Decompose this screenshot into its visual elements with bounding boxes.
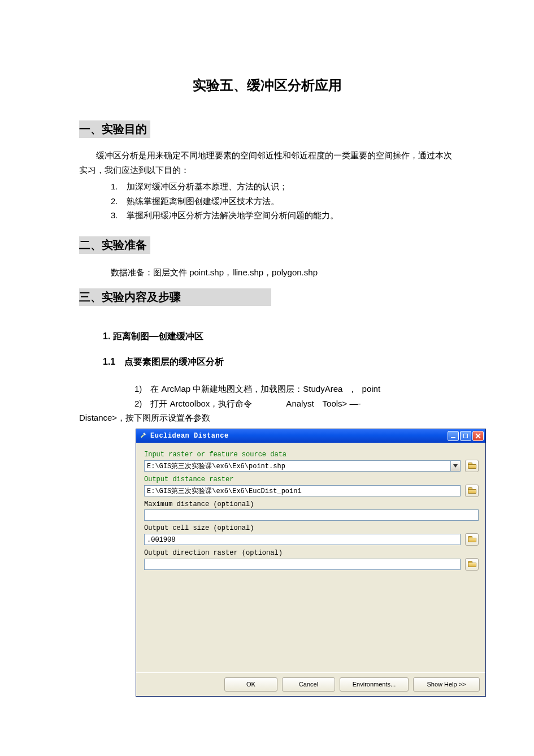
- intro-paragraph: 缓冲区分析是用来确定不同地理要素的空间邻近性和邻近程度的一类重要的空间操作，通过…: [79, 148, 455, 177]
- minimize-button[interactable]: [448, 431, 459, 441]
- browse-input-button[interactable]: [465, 460, 479, 472]
- label-output-distance: Output distance raster: [144, 476, 479, 483]
- dialog-title: Euclidean Distance: [150, 432, 229, 440]
- dialog-frame: Euclidean Distance Input raster or featu…: [136, 429, 486, 697]
- svg-rect-1: [451, 437, 455, 438]
- environments-button[interactable]: Environments...: [340, 677, 409, 692]
- folder-icon: [468, 487, 476, 494]
- browse-cell-size-button[interactable]: [465, 533, 479, 546]
- folder-icon: [468, 463, 476, 469]
- browse-output-distance-button[interactable]: [465, 485, 479, 497]
- step-item: 2) 打开 Arctoolbox，执行命令 Analyst Tools> —-: [79, 396, 455, 411]
- close-button[interactable]: [472, 431, 484, 441]
- input-raster-field[interactable]: E:\GIS第三次实验课\ex6\Ex6\point.shp: [144, 460, 451, 472]
- browse-output-direction-button[interactable]: [465, 558, 479, 571]
- label-cell-size: Output cell size (optional): [144, 524, 479, 532]
- dialog-euclidean-distance: Euclidean Distance Input raster or featu…: [136, 429, 486, 697]
- dialog-body: Input raster or feature source data E:\G…: [136, 443, 485, 672]
- dialog-footer: OK Cancel Environments... Show Help >>: [136, 672, 485, 696]
- document-page: 实验五、缓冲区分析应用 一、实验目的 缓冲区分析是用来确定不同地理要素的空间邻近…: [0, 0, 534, 719]
- folder-icon: [468, 536, 476, 542]
- steps-block: 1) 在 ArcMap 中新建地图文档，加载图层：StudyArea , poi…: [79, 382, 455, 425]
- step-item: 1) 在 ArcMap 中新建地图文档，加载图层：StudyArea , poi…: [79, 382, 455, 396]
- list-item: 1. 加深对缓冲区分析基本原理、方法的认识；: [111, 179, 455, 194]
- dialog-titlebar[interactable]: Euclidean Distance: [136, 429, 485, 443]
- hammer-icon: [140, 432, 147, 440]
- subheading-1-1: 1.1 点要素图层的缓冲区分析: [103, 356, 455, 368]
- folder-icon: [468, 561, 476, 567]
- ok-button[interactable]: OK: [224, 677, 277, 692]
- cell-size-field[interactable]: .001908: [144, 534, 461, 545]
- page-title: 实验五、缓冲区分析应用: [79, 76, 455, 94]
- section-heading-1: 一、实验目的: [79, 120, 150, 138]
- goals-list: 1. 加深对缓冲区分析基本原理、方法的认识； 2. 熟练掌握距离制图创建缓冲区技…: [79, 179, 455, 223]
- maximize-button[interactable]: [460, 431, 471, 441]
- section-heading-2: 二、实验准备: [79, 236, 150, 254]
- label-input-raster: Input raster or feature source data: [144, 451, 479, 459]
- label-max-distance: Maximum distance (optional): [144, 500, 479, 508]
- show-help-button[interactable]: Show Help >>: [413, 677, 480, 692]
- output-distance-field[interactable]: E:\GIS第三次实验课\ex6\Ex6\EucDist_poin1: [144, 485, 461, 496]
- step-item: Distance>，按下图所示设置各参数: [79, 411, 455, 425]
- section-heading-3: 三、实验内容及步骤: [79, 288, 271, 306]
- subheading-1: 1. 距离制图—创建缓冲区: [103, 331, 455, 343]
- cancel-button[interactable]: Cancel: [282, 677, 335, 692]
- prep-paragraph: 数据准备：图层文件 point.shp，lline.shp，polygon.sh…: [79, 265, 455, 280]
- output-direction-field[interactable]: [144, 559, 461, 570]
- list-item: 3. 掌握利用缓冲区分析方法解决地学空间分析问题的能力。: [111, 208, 455, 223]
- input-raster-dropdown[interactable]: [450, 460, 461, 472]
- list-item: 2. 熟练掌握距离制图创建缓冲区技术方法。: [111, 194, 455, 209]
- label-output-direction: Output direction raster (optional): [144, 549, 479, 557]
- max-distance-field[interactable]: [144, 509, 479, 521]
